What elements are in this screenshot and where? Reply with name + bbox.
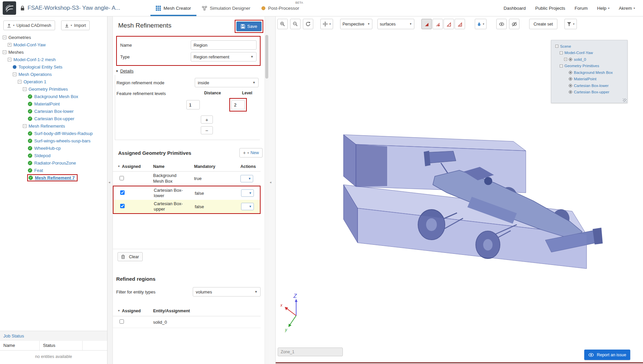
mesh-quality-solid-button[interactable]	[421, 19, 432, 29]
name-input[interactable]	[191, 40, 257, 50]
navbar-link[interactable]: Akrem ▾	[619, 6, 635, 11]
panel-scrollbar[interactable]	[265, 16, 269, 364]
visibility-eye-icon[interactable]	[569, 77, 572, 81]
tree-item[interactable]: Feat	[27, 168, 45, 173]
actions-dropdown[interactable]: ▼	[240, 175, 253, 182]
tab[interactable]: Simulation Designer	[196, 0, 256, 16]
tab[interactable]: Post-Processor BETA	[256, 0, 305, 16]
tree-item[interactable]: Geometries	[2, 35, 33, 40]
scene-tree-item[interactable]: Cartesian Box-upper	[554, 89, 625, 96]
tree-item[interactable]: Mesh Refinement 7	[27, 174, 78, 181]
scene-expand-icon[interactable]	[560, 64, 563, 67]
navbar-link[interactable]: Public Projects ▾	[535, 6, 565, 11]
assigned-checkbox[interactable]	[120, 176, 124, 180]
scene-tree-item[interactable]: Background Mesh Box	[554, 69, 625, 76]
zoom-in-button[interactable]	[277, 19, 288, 29]
scene-tree-item[interactable]: Scene	[554, 43, 625, 50]
sort-caret-icon[interactable]: ▼	[118, 165, 120, 168]
tree-item[interactable]: Meshes	[2, 49, 26, 55]
tree-item[interactable]: MaterialPoint	[27, 101, 62, 107]
scene-tree-item[interactable]: Model-Conf-Yaw	[554, 50, 625, 56]
scene-tree-item[interactable]: MaterialPoint	[554, 76, 625, 83]
import-button[interactable]: ▾ Import	[61, 20, 90, 30]
resize-handle-icon[interactable]: ◂	[108, 180, 110, 184]
render-mode-value: surfaces	[380, 22, 396, 27]
scene-tree-item[interactable]: Geometry Primitives	[554, 63, 625, 70]
zoom-out-button[interactable]	[290, 19, 301, 29]
render-mode-select[interactable]: surfaces ▼	[377, 19, 414, 29]
scene-expand-icon[interactable]	[560, 51, 563, 54]
tree-item[interactable]: Background Mesh Box	[27, 94, 81, 99]
scene-expand-icon[interactable]	[555, 45, 558, 48]
add-level-button[interactable]: +	[201, 116, 213, 124]
refresh-view-button[interactable]	[303, 19, 313, 29]
clear-button[interactable]: Clear	[118, 252, 143, 261]
scene-tree: Scene Model-Conf-Yaw solid_0	[554, 43, 625, 95]
pan-mode-dropdown[interactable]: ▾	[320, 19, 333, 29]
assigned-checkbox[interactable]	[120, 204, 125, 208]
refined-table-header: ▼ Assigned Entity/Assignment	[113, 306, 261, 316]
tree-item-icon	[28, 139, 32, 143]
navbar-link[interactable]: Forum ▾	[575, 6, 588, 11]
scene-expand-icon[interactable]	[564, 58, 567, 61]
tree-item[interactable]: Surf-body-diff-Wsides-Radsup	[27, 131, 95, 136]
visibility-eye-icon[interactable]	[569, 58, 572, 61]
navbar-link[interactable]: Help ▾	[597, 6, 609, 11]
remove-level-button[interactable]: −	[201, 126, 213, 134]
tree-item[interactable]: WheelHub-cp	[27, 145, 63, 151]
job-col-extra	[83, 341, 107, 350]
tree-item[interactable]: Model-Conf-1-2 mesh	[7, 57, 58, 62]
tree-item[interactable]: Mesh Operations	[12, 72, 54, 77]
zone-name-input[interactable]	[278, 348, 343, 356]
3d-viewport[interactable]: Z x y ▾	[276, 16, 643, 364]
mesh-quality-light-button[interactable]	[455, 19, 465, 29]
show-entities-button[interactable]	[496, 19, 507, 29]
mesh-quality-striped-button[interactable]	[432, 19, 443, 29]
projection-select[interactable]: Perspective ▼	[340, 19, 372, 29]
tree-item[interactable]: Geometry Primitives	[22, 86, 70, 92]
tree-item[interactable]: Mesh Refinements	[22, 123, 67, 129]
panel-resize-gutter[interactable]: ◂	[269, 16, 276, 364]
region-mode-select[interactable]: inside ▼	[195, 78, 259, 87]
mesh-quality-outline-button[interactable]	[444, 19, 454, 29]
details-toggle[interactable]: ▼ Details	[116, 69, 265, 74]
visibility-eye-icon[interactable]	[569, 84, 572, 87]
hide-entities-button[interactable]	[509, 19, 519, 29]
tab[interactable]: Mesh Creator	[150, 0, 196, 16]
assigned-checkbox[interactable]	[120, 190, 125, 195]
create-set-button[interactable]: Create set	[529, 19, 557, 29]
app-logo-icon[interactable]	[3, 1, 16, 15]
filter-dropdown[interactable]: ▾	[564, 19, 577, 29]
sort-caret-icon[interactable]: ▼	[118, 309, 120, 312]
navbar-link[interactable]: Dashboard ▾	[504, 6, 526, 11]
color-dropdown[interactable]: ▾	[475, 19, 487, 29]
tree-item[interactable]: Surf-wings-wheels-susp-bars	[27, 138, 93, 144]
tree-item[interactable]: Operation 1	[17, 79, 49, 85]
entity-filter-select[interactable]: volumes ▼	[193, 287, 261, 297]
save-button[interactable]: Save	[236, 21, 262, 31]
resize-handle-icon[interactable]: ◂	[270, 180, 271, 184]
refined-checkbox[interactable]	[120, 319, 124, 324]
visibility-eye-icon[interactable]	[569, 71, 572, 74]
actions-dropdown[interactable]: ▼	[241, 189, 254, 197]
scene-tree-item[interactable]: Cartesian Box-lower	[554, 82, 625, 89]
tree-item[interactable]: SIdepod	[27, 153, 53, 158]
type-select[interactable]: Region refinement ▼	[191, 52, 257, 61]
scene-tree-item[interactable]: solid_0	[554, 56, 625, 63]
actions-dropdown[interactable]: ▼	[241, 203, 254, 210]
distance-input[interactable]	[186, 100, 200, 109]
tree-item[interactable]: Radiator-PorousZone	[27, 160, 78, 166]
tree-item-label: Meshes	[8, 50, 24, 55]
scrollbar-thumb[interactable]	[265, 35, 268, 79]
tree-item[interactable]: Topological Entity Sets	[12, 64, 65, 70]
sidebar-resize-gutter[interactable]: ◂	[107, 16, 113, 364]
beta-badge: BETA	[295, 1, 303, 4]
new-primitive-button[interactable]: + ▾ New	[239, 148, 263, 157]
upload-cad-button[interactable]: ▾ Upload CAD/mesh	[3, 20, 55, 30]
tree-item[interactable]: Cartesian Box-lower	[27, 108, 76, 114]
visibility-eye-icon[interactable]	[569, 90, 572, 94]
level-input[interactable]	[231, 100, 245, 109]
tree-item[interactable]: Cartesian Box-upper	[27, 116, 77, 122]
tree-item[interactable]: Model-Conf-Yaw	[7, 42, 48, 48]
report-issue-button[interactable]: Report an issue	[584, 350, 630, 360]
